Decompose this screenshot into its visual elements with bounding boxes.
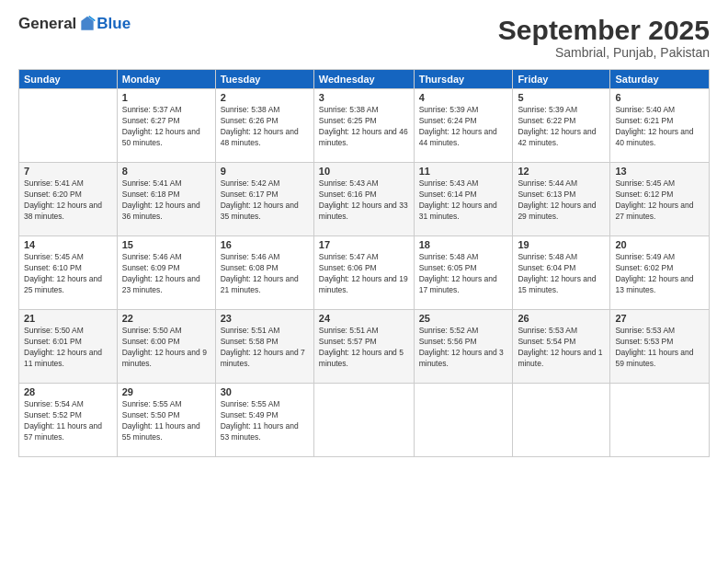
calendar-cell: 13Sunrise: 5:45 AMSunset: 6:12 PMDayligh… [610,163,710,236]
day-number: 16 [221,239,309,250]
calendar-cell: 9Sunrise: 5:42 AMSunset: 6:17 PMDaylight… [215,163,313,236]
day-number: 13 [615,166,704,177]
col-friday: Friday [513,70,610,89]
calendar-cell: 28Sunrise: 5:54 AMSunset: 5:52 PMDayligh… [19,384,118,457]
day-number: 15 [122,239,210,250]
calendar-cell: 19Sunrise: 5:48 AMSunset: 6:04 PMDayligh… [513,236,610,310]
col-saturday: Saturday [610,70,710,89]
day-number: 30 [221,386,309,397]
calendar-page: General Blue September 2025 Sambrial, Pu… [0,0,728,563]
calendar-week-5: 28Sunrise: 5:54 AMSunset: 5:52 PMDayligh… [19,384,710,457]
cell-info: Sunrise: 5:39 AMSunset: 6:22 PMDaylight:… [518,105,605,149]
day-number: 26 [518,313,605,324]
day-number: 28 [24,386,112,397]
col-wednesday: Wednesday [313,70,414,89]
day-number: 20 [615,239,704,250]
cell-info: Sunrise: 5:46 AMSunset: 6:09 PMDaylight:… [122,252,210,296]
day-number: 8 [122,166,210,177]
day-number: 14 [24,239,112,250]
cell-info: Sunrise: 5:55 AMSunset: 5:49 PMDaylight:… [221,399,309,443]
calendar-cell: 17Sunrise: 5:47 AMSunset: 6:06 PMDayligh… [313,236,414,310]
cell-info: Sunrise: 5:54 AMSunset: 5:52 PMDaylight:… [24,399,112,443]
cell-info: Sunrise: 5:37 AMSunset: 6:27 PMDaylight:… [122,105,210,149]
calendar-cell: 14Sunrise: 5:45 AMSunset: 6:10 PMDayligh… [19,236,118,310]
cell-info: Sunrise: 5:45 AMSunset: 6:10 PMDaylight:… [24,252,112,296]
calendar-cell: 6Sunrise: 5:40 AMSunset: 6:21 PMDaylight… [610,89,710,163]
calendar-cell: 11Sunrise: 5:43 AMSunset: 6:14 PMDayligh… [414,163,513,236]
day-number: 6 [615,92,704,103]
logo-general-text: General [18,15,76,33]
calendar-cell [19,89,118,163]
cell-info: Sunrise: 5:38 AMSunset: 6:26 PMDaylight:… [221,105,309,149]
cell-info: Sunrise: 5:50 AMSunset: 6:00 PMDaylight:… [122,326,210,370]
calendar-week-1: 1Sunrise: 5:37 AMSunset: 6:27 PMDaylight… [19,89,710,163]
day-number: 2 [221,92,309,103]
day-number: 9 [221,166,309,177]
cell-info: Sunrise: 5:53 AMSunset: 5:53 PMDaylight:… [615,326,704,370]
calendar-cell: 16Sunrise: 5:46 AMSunset: 6:08 PMDayligh… [215,236,313,310]
logo-blue-text: Blue [97,15,131,33]
calendar-cell: 25Sunrise: 5:52 AMSunset: 5:56 PMDayligh… [414,310,513,384]
col-thursday: Thursday [414,70,513,89]
header-row: Sunday Monday Tuesday Wednesday Thursday… [19,70,710,89]
col-monday: Monday [117,70,215,89]
cell-info: Sunrise: 5:49 AMSunset: 6:02 PMDaylight:… [615,252,704,296]
calendar-cell: 3Sunrise: 5:38 AMSunset: 6:25 PMDaylight… [313,89,414,163]
day-number: 22 [122,313,210,324]
calendar-cell: 27Sunrise: 5:53 AMSunset: 5:53 PMDayligh… [610,310,710,384]
day-number: 5 [518,92,605,103]
calendar-cell: 12Sunrise: 5:44 AMSunset: 6:13 PMDayligh… [513,163,610,236]
calendar-cell: 23Sunrise: 5:51 AMSunset: 5:58 PMDayligh… [215,310,313,384]
cell-info: Sunrise: 5:45 AMSunset: 6:12 PMDaylight:… [615,178,704,223]
cell-info: Sunrise: 5:48 AMSunset: 6:04 PMDaylight:… [518,252,605,296]
calendar-cell: 15Sunrise: 5:46 AMSunset: 6:09 PMDayligh… [117,236,215,310]
day-number: 11 [419,166,508,177]
calendar-cell [313,384,414,457]
calendar-cell: 10Sunrise: 5:43 AMSunset: 6:16 PMDayligh… [313,163,414,236]
cell-info: Sunrise: 5:44 AMSunset: 6:13 PMDaylight:… [518,178,605,223]
calendar-cell: 29Sunrise: 5:55 AMSunset: 5:50 PMDayligh… [117,384,215,457]
cell-info: Sunrise: 5:41 AMSunset: 6:18 PMDaylight:… [122,178,210,223]
day-number: 21 [24,313,112,324]
day-number: 17 [319,239,409,250]
calendar-week-3: 14Sunrise: 5:45 AMSunset: 6:10 PMDayligh… [19,236,710,310]
cell-info: Sunrise: 5:46 AMSunset: 6:08 PMDaylight:… [221,252,309,296]
calendar-cell: 21Sunrise: 5:50 AMSunset: 6:01 PMDayligh… [19,310,118,384]
header: General Blue September 2025 Sambrial, Pu… [18,15,710,60]
logo-icon [78,15,97,33]
day-number: 29 [122,386,210,397]
calendar-week-4: 21Sunrise: 5:50 AMSunset: 6:01 PMDayligh… [19,310,710,384]
day-number: 3 [319,92,409,103]
calendar-cell [414,384,513,457]
cell-info: Sunrise: 5:40 AMSunset: 6:21 PMDaylight:… [615,105,704,149]
cell-info: Sunrise: 5:42 AMSunset: 6:17 PMDaylight:… [221,178,309,223]
location: Sambrial, Punjab, Pakistan [498,45,710,60]
day-number: 25 [419,313,508,324]
calendar-table: Sunday Monday Tuesday Wednesday Thursday… [18,69,710,457]
day-number: 10 [319,166,409,177]
day-number: 24 [319,313,409,324]
cell-info: Sunrise: 5:55 AMSunset: 5:50 PMDaylight:… [122,399,210,443]
calendar-cell [513,384,610,457]
cell-info: Sunrise: 5:52 AMSunset: 5:56 PMDaylight:… [419,326,508,370]
cell-info: Sunrise: 5:38 AMSunset: 6:25 PMDaylight:… [319,105,409,149]
cell-info: Sunrise: 5:51 AMSunset: 5:58 PMDaylight:… [221,326,309,370]
cell-info: Sunrise: 5:51 AMSunset: 5:57 PMDaylight:… [319,326,409,370]
cell-info: Sunrise: 5:41 AMSunset: 6:20 PMDaylight:… [24,178,112,223]
calendar-cell: 30Sunrise: 5:55 AMSunset: 5:49 PMDayligh… [215,384,313,457]
cell-info: Sunrise: 5:48 AMSunset: 6:05 PMDaylight:… [419,252,508,296]
cell-info: Sunrise: 5:43 AMSunset: 6:14 PMDaylight:… [419,178,508,223]
day-number: 23 [221,313,309,324]
title-block: September 2025 Sambrial, Punjab, Pakista… [498,15,710,60]
calendar-cell: 1Sunrise: 5:37 AMSunset: 6:27 PMDaylight… [117,89,215,163]
day-number: 19 [518,239,605,250]
calendar-cell: 20Sunrise: 5:49 AMSunset: 6:02 PMDayligh… [610,236,710,310]
day-number: 27 [615,313,704,324]
month-title: September 2025 [498,15,710,45]
day-number: 7 [24,166,112,177]
day-number: 1 [122,92,210,103]
calendar-cell: 4Sunrise: 5:39 AMSunset: 6:24 PMDaylight… [414,89,513,163]
col-tuesday: Tuesday [215,70,313,89]
logo: General Blue [18,15,131,33]
calendar-cell: 22Sunrise: 5:50 AMSunset: 6:00 PMDayligh… [117,310,215,384]
